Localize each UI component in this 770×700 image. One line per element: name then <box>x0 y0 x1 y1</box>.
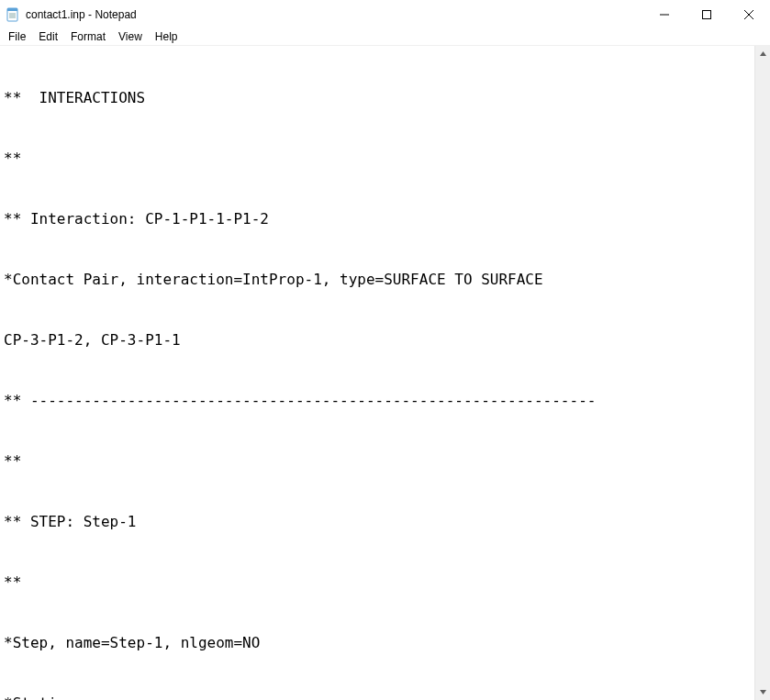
editor-line: CP-3-P1-2, CP-3-P1-1 <box>4 330 751 350</box>
editor-line: ** Interaction: CP-1-P1-1-P1-2 <box>4 209 751 229</box>
close-button[interactable] <box>728 0 770 28</box>
menu-edit[interactable]: Edit <box>32 28 64 45</box>
svg-marker-10 <box>760 690 766 694</box>
menu-help[interactable]: Help <box>149 28 184 45</box>
editor-line: ** INTERACTIONS <box>4 88 751 108</box>
content-wrap: ** INTERACTIONS ** ** Interaction: CP-1-… <box>0 46 770 700</box>
vertical-scrollbar[interactable] <box>754 46 770 700</box>
menu-file[interactable]: File <box>2 28 32 45</box>
svg-rect-6 <box>703 10 711 18</box>
scroll-down-button[interactable] <box>755 684 770 700</box>
titlebar[interactable]: contact1.inp - Notepad <box>0 0 770 28</box>
window-title: contact1.inp - Notepad <box>26 8 137 21</box>
editor-line: ** STEP: Step-1 <box>4 512 751 532</box>
menu-format[interactable]: Format <box>64 28 112 45</box>
menubar: File Edit Format View Help <box>0 28 770 46</box>
svg-marker-9 <box>760 51 766 56</box>
editor-line: *Contact Pair, interaction=IntProp-1, ty… <box>4 270 751 290</box>
notepad-window: contact1.inp - Notepad File Edit Format … <box>0 0 770 700</box>
menu-view[interactable]: View <box>112 28 149 45</box>
editor-line: ** <box>4 572 751 593</box>
scroll-up-button[interactable] <box>755 46 770 61</box>
minimize-button[interactable] <box>643 0 686 28</box>
editor-line: *Step, name=Step-1, nlgeom=NO <box>4 633 751 653</box>
notepad-icon <box>6 7 20 22</box>
editor-line: ** -------------------------------------… <box>4 391 751 411</box>
editor-line: *Static <box>4 694 751 700</box>
text-area[interactable]: ** INTERACTIONS ** ** Interaction: CP-1-… <box>0 46 754 700</box>
window-controls <box>643 0 770 28</box>
editor-line: ** <box>4 149 751 169</box>
editor-line: ** <box>4 451 751 472</box>
maximize-button[interactable] <box>686 0 728 28</box>
svg-rect-1 <box>7 8 17 11</box>
